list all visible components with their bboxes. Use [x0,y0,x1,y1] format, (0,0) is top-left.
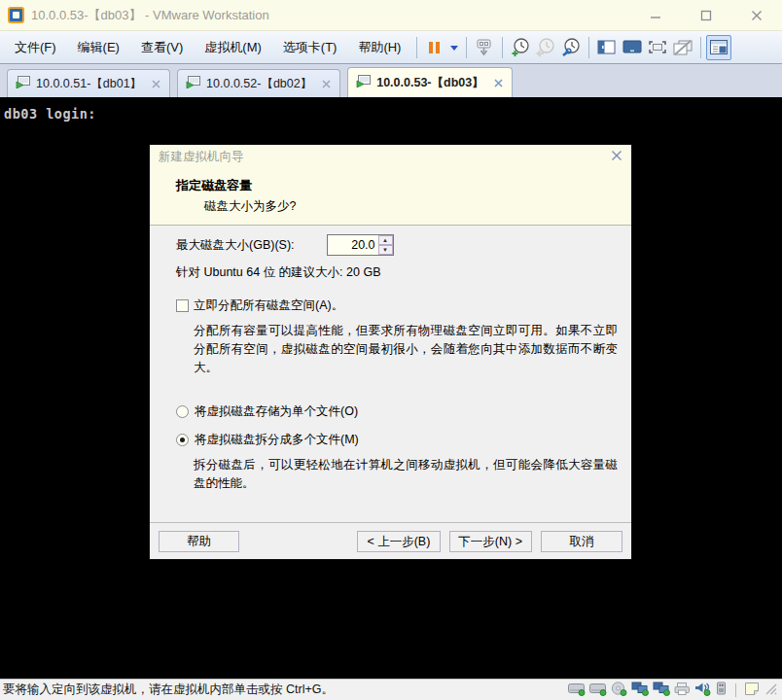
menubar: 文件(F) 编辑(E) 查看(V) 虚拟机(M) 选项卡(T) 帮助(H) [0,31,782,64]
dialog-heading: 指定磁盘容量 [176,177,631,194]
vm-tab-icon [16,76,30,91]
message-note-icon[interactable] [744,682,760,699]
split-multiple-files-label: 将虚拟磁盘拆分成多个文件(M) [195,432,359,448]
network-adapter-2-icon[interactable] [653,682,670,699]
hard-disk-icon[interactable] [568,682,586,699]
menu-tabs[interactable]: 选项卡(T) [272,31,348,63]
tab-db03-active[interactable]: 10.0.0.53-【db03】 [347,67,512,97]
dialog-header: 指定磁盘容量 磁盘大小为多少? [150,168,631,226]
menu-help[interactable]: 帮助(H) [347,31,411,63]
new-vm-wizard-dialog: 新建虚拟机向导 指定磁盘容量 磁盘大小为多少? 最大磁盘大小(GB)(S): ▲… [149,144,632,560]
dialog-subheading: 磁盘大小为多少? [204,198,631,215]
toolbar-separator [588,37,589,58]
disk-size-input[interactable] [328,235,378,255]
pause-dropdown-icon[interactable] [447,35,461,60]
toolbar-separator [466,37,467,58]
console-login-prompt: db03 login: [4,106,96,122]
sound-icon[interactable] [694,682,711,699]
tab-close-icon[interactable] [152,80,160,88]
store-single-file-row: 将虚拟磁盘存储为单个文件(O) [176,403,358,420]
summary-view-toggle-icon[interactable] [706,35,731,60]
dialog-close-icon[interactable] [611,150,622,164]
suggested-size-text: 针对 Ubuntu 64 位 的建议大小: 20 GB [176,264,381,281]
next-button[interactable]: 下一步(N) > [449,531,532,552]
vmware-app-icon [8,7,24,23]
spinner-up-icon[interactable]: ▲ [378,235,393,245]
back-button[interactable]: < 上一步(B) [357,531,440,552]
window-title: 10.0.0.53-【db03】 - VMware Workstation [31,7,648,24]
status-bar: 要将输入定向到该虚拟机，请在虚拟机内部单击或按 Ctrl+G。 [0,679,782,700]
allocate-all-checkbox[interactable] [176,299,189,312]
help-button[interactable]: 帮助 [159,531,239,552]
disk-size-row: 最大磁盘大小(GB)(S): ▲ ▼ [176,234,394,256]
dialog-buttons: 帮助 < 上一步(B) 下一步(N) > 取消 [150,523,631,560]
unity-mode-icon[interactable] [670,35,695,60]
tab-label: 10.0.0.52-【db02】 [206,76,312,92]
menu-vm[interactable]: 虚拟机(M) [194,31,272,63]
window-controls [648,8,764,23]
snapshot-manager-icon[interactable] [558,35,584,60]
resize-grip-icon[interactable] [764,682,777,698]
allocate-all-label: 立即分配所有磁盘空间(A)。 [194,298,343,314]
menu-edit[interactable]: 编辑(E) [67,31,130,63]
minimize-icon[interactable] [648,8,663,23]
printer-icon[interactable] [674,682,691,699]
store-single-file-radio[interactable] [176,405,189,418]
disk-size-spinners: ▲ ▼ [378,235,393,255]
vm-tab-icon [356,75,371,90]
menu-file[interactable]: 文件(F) [4,31,67,63]
toolbar-separator [502,37,503,58]
take-snapshot-icon[interactable] [508,35,533,60]
toolbar-separator [416,37,417,58]
status-message: 要将输入定向到该虚拟机，请在虚拟机内部单击或按 Ctrl+G。 [3,682,568,698]
tab-bar: 10.0.0.51-【db01】 10.0.0.52-【db02】 10.0.0… [0,64,782,97]
vm-tab-icon [186,76,200,91]
console-view-icon[interactable] [620,35,645,60]
cd-dvd-icon[interactable] [611,682,627,699]
device-status-icons [568,682,777,699]
fullscreen-icon[interactable] [645,35,670,60]
tab-close-icon[interactable] [494,79,503,88]
show-library-icon[interactable] [594,35,620,60]
split-multiple-files-row: 将虚拟磁盘拆分成多个文件(M) [176,432,359,448]
tab-db02[interactable]: 10.0.0.52-【db02】 [177,69,340,97]
toolbar-separator [700,37,701,58]
tab-db01[interactable]: 10.0.0.51-【db01】 [7,69,170,97]
hard-disk-2-icon[interactable] [589,682,607,699]
disk-size-label: 最大磁盘大小(GB)(S): [176,237,295,254]
maximize-icon[interactable] [698,8,714,23]
disk-size-spinbox: ▲ ▼ [327,234,394,256]
window-titlebar: 10.0.0.53-【db03】 - VMware Workstation [0,0,782,31]
statusbar-separator [735,683,736,697]
tab-close-icon[interactable] [322,80,331,88]
close-icon[interactable] [749,8,764,23]
dialog-titlebar[interactable]: 新建虚拟机向导 [150,145,631,168]
dialog-body: 最大磁盘大小(GB)(S): ▲ ▼ 针对 Ubuntu 64 位 的建议大小:… [150,226,631,522]
tab-label: 10.0.0.51-【db01】 [36,76,142,92]
allocate-all-row: 立即分配所有磁盘空间(A)。 [176,298,343,314]
split-note-text: 拆分磁盘后，可以更轻松地在计算机之间移动虚拟机，但可能会降低大容量磁盘的性能。 [194,456,618,493]
usb-icon[interactable] [715,682,728,699]
send-ctrl-alt-del-icon[interactable] [472,35,497,60]
pause-icon[interactable] [422,35,447,60]
dialog-title: 新建虚拟机向导 [159,149,611,165]
split-multiple-files-radio[interactable] [176,434,189,446]
network-adapter-icon[interactable] [631,682,649,699]
cancel-button[interactable]: 取消 [541,531,622,552]
tab-label: 10.0.0.53-【db03】 [376,75,483,91]
store-single-file-label: 将虚拟磁盘存储为单个文件(O) [195,403,358,420]
spinner-down-icon[interactable]: ▼ [378,245,393,255]
revert-snapshot-icon [533,35,558,60]
allocate-note-text: 分配所有容量可以提高性能，但要求所有物理磁盘空间立即可用。如果不立即分配所有空间… [194,322,618,377]
menu-view[interactable]: 查看(V) [130,31,194,63]
